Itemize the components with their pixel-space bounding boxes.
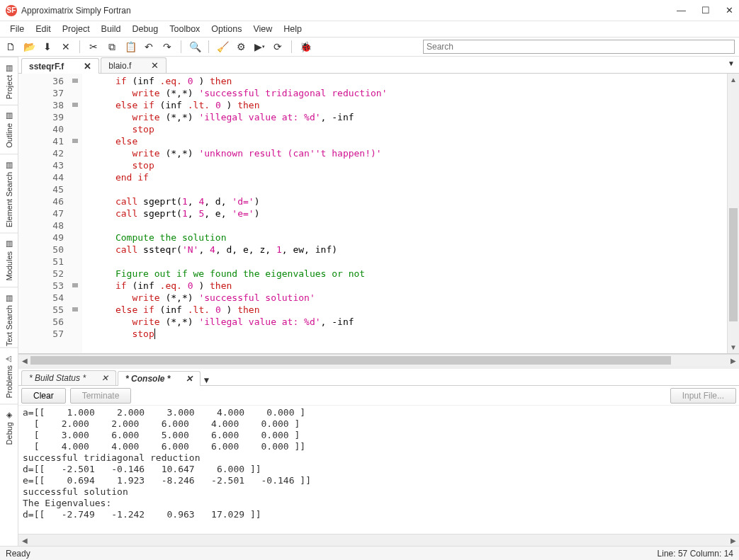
sidebar-tab-modules[interactable]: Modules▤ xyxy=(0,233,18,287)
open-folder-icon[interactable]: 📂 xyxy=(23,40,35,53)
close-icon[interactable]: ✕ xyxy=(60,40,72,53)
code-line[interactable]: if (inf .eq. 0 ) then xyxy=(82,75,727,87)
debug-icon[interactable]: 🐞 xyxy=(299,40,312,53)
code-line[interactable]: end if xyxy=(82,171,727,183)
console-hscrollbar[interactable]: ◀ ▶ xyxy=(18,534,739,546)
code-line[interactable]: C Compute the solution xyxy=(82,232,727,244)
menu-view[interactable]: View xyxy=(247,23,278,35)
menu-edit[interactable]: Edit xyxy=(30,23,57,35)
clean-icon[interactable]: 🧹 xyxy=(216,40,229,53)
find-icon[interactable]: 🔍 xyxy=(188,40,201,53)
sidebar-tab-icon: ▤ xyxy=(4,160,13,169)
code-line[interactable]: write (*,*) 'successful tridiagonal redu… xyxy=(82,87,727,99)
settings-gear-icon[interactable]: ⚙ xyxy=(235,40,247,53)
scroll-up-icon[interactable]: ▲ xyxy=(728,74,739,86)
input-file-button[interactable]: Input File... xyxy=(670,388,736,404)
code-line[interactable]: else if (inf .lt. 0 ) then xyxy=(82,99,727,111)
code-line[interactable] xyxy=(82,183,727,195)
bottom-sidebar-tab-debug[interactable]: Debug◈ xyxy=(0,404,18,450)
scroll-thumb[interactable] xyxy=(729,208,738,321)
code-line[interactable]: stop xyxy=(82,159,727,171)
minimize-button[interactable]: — xyxy=(677,5,686,16)
tab-close-icon[interactable]: ✕ xyxy=(151,60,159,71)
console-dropdown-icon[interactable]: ▼ xyxy=(202,375,210,385)
fold-marker-icon[interactable] xyxy=(72,79,78,83)
menu-help[interactable]: Help xyxy=(278,23,308,35)
line-number: 56 xyxy=(18,316,82,328)
line-number: 55 xyxy=(18,304,82,316)
code-line[interactable] xyxy=(82,256,727,268)
menu-toolbox[interactable]: Toolbox xyxy=(164,23,205,35)
code-line[interactable]: call sgeprt(1, 5, e, 'e=') xyxy=(82,207,727,219)
separator xyxy=(291,40,292,53)
terminate-button[interactable]: Terminate xyxy=(70,388,132,404)
menu-project[interactable]: Project xyxy=(57,23,96,35)
paste-icon[interactable]: 📋 xyxy=(124,40,137,53)
code-editor[interactable]: if (inf .eq. 0 ) then write (*,*) 'succe… xyxy=(82,74,727,353)
refresh-icon[interactable]: ⟳ xyxy=(271,40,284,53)
code-line[interactable]: if (inf .eq. 0 ) then xyxy=(82,280,727,292)
tab-close-icon[interactable]: ✕ xyxy=(186,374,193,384)
sidebar-tab-icon: ▤ xyxy=(4,239,13,248)
vertical-scrollbar[interactable]: ▲ ▼ xyxy=(727,74,739,353)
sidebar-tab-outline[interactable]: Outline▤ xyxy=(0,105,18,154)
sidebar-tab-project[interactable]: Project▤ xyxy=(0,57,18,105)
menu-debug[interactable]: Debug xyxy=(126,23,164,35)
redo-icon[interactable]: ↷ xyxy=(161,40,174,53)
fold-marker-icon[interactable] xyxy=(72,103,78,107)
scroll-left-icon[interactable]: ◀ xyxy=(18,357,30,365)
fold-marker-icon[interactable] xyxy=(72,283,78,287)
clear-button[interactable]: Clear xyxy=(21,388,66,404)
new-file-icon[interactable]: 🗋 xyxy=(4,40,17,53)
code-line[interactable]: write (*,*) 'successful solution' xyxy=(82,292,727,304)
sidebar-tab-element-search[interactable]: Element Search▤ xyxy=(0,154,18,233)
code-line[interactable]: C Figure out if we found the eigenvalues… xyxy=(82,268,727,280)
scroll-down-icon[interactable]: ▼ xyxy=(728,341,739,353)
code-line[interactable]: write (*,*) 'illegal value at: %d', -inf xyxy=(82,316,727,328)
copy-icon[interactable]: ⧉ xyxy=(106,40,118,53)
scroll-right-icon[interactable]: ▶ xyxy=(727,357,739,365)
menu-build[interactable]: Build xyxy=(96,23,127,35)
code-line[interactable]: call sgeprt(1, 4, d, 'd=') xyxy=(82,195,727,207)
debug-icon: ◈ xyxy=(4,410,13,419)
console-output[interactable]: a=[[ 1.000 2.000 3.000 4.000 0.000 ] [ 2… xyxy=(18,406,739,534)
code-line[interactable]: stop xyxy=(82,123,727,135)
hscroll-thumb[interactable] xyxy=(30,356,671,365)
code-line[interactable]: stop xyxy=(82,328,727,340)
line-number: 38 xyxy=(18,99,82,111)
sidebar-tab-text-search[interactable]: Text Search▤ xyxy=(0,287,18,352)
sidebar-tab-icon: ▤ xyxy=(4,111,13,120)
cut-icon[interactable]: ✂ xyxy=(87,40,100,53)
fold-marker-icon[interactable] xyxy=(72,139,78,143)
console-tab-buildstatus[interactable]: * Build Status *✕ xyxy=(21,370,116,385)
tab-close-icon[interactable]: ✕ xyxy=(84,61,91,72)
tabs-dropdown-icon[interactable]: ▼ xyxy=(728,59,735,67)
console-tab-console[interactable]: * Console *✕ xyxy=(118,371,201,386)
search-input[interactable] xyxy=(423,40,735,54)
toolbar: 🗋 📂 ⬇ ✕ ✂ ⧉ 📋 ↶ ↷ 🔍 🧹 ⚙ ▶▾ ⟳ 🐞 xyxy=(0,37,739,57)
fold-marker-icon[interactable] xyxy=(72,307,78,312)
run-icon[interactable]: ▶▾ xyxy=(253,40,266,53)
tab-close-icon[interactable]: ✕ xyxy=(101,373,108,383)
code-line[interactable]: else xyxy=(82,135,727,147)
undo-icon[interactable]: ↶ xyxy=(142,40,155,53)
close-button[interactable]: ✕ xyxy=(726,5,733,16)
scroll-left-icon[interactable]: ◀ xyxy=(18,537,30,544)
menu-options[interactable]: Options xyxy=(205,23,247,35)
code-line[interactable]: call ssteqr('N', 4, d, e, z, 1, ew, inf) xyxy=(82,244,727,256)
bottom-sidebar-tab-problems[interactable]: Problems⚠ xyxy=(0,347,18,404)
app-icon: SF xyxy=(6,5,17,16)
scroll-right-icon[interactable]: ▶ xyxy=(727,537,739,544)
code-line[interactable] xyxy=(82,219,727,232)
menu-file[interactable]: File xyxy=(4,23,30,35)
maximize-button[interactable]: ☐ xyxy=(701,5,710,16)
code-line[interactable]: write (*,*) 'illegal value at: %d', -inf xyxy=(82,111,727,123)
code-line[interactable]: else if (inf .lt. 0 ) then xyxy=(82,304,727,316)
code-line[interactable]: write (*,*) 'unknown result (can''t happ… xyxy=(82,147,727,159)
editor-tab-ssteqrF-f[interactable]: ssteqrF.f✕ xyxy=(21,58,99,74)
line-number: 46 xyxy=(18,195,82,207)
editor-tab-blaio-f[interactable]: blaio.f✕ xyxy=(101,57,167,73)
save-icon[interactable]: ⬇ xyxy=(41,40,54,53)
console-tab-bar: * Build Status *✕* Console *✕▼ xyxy=(18,369,739,386)
horizontal-scrollbar[interactable]: ◀ ▶ xyxy=(18,354,739,366)
